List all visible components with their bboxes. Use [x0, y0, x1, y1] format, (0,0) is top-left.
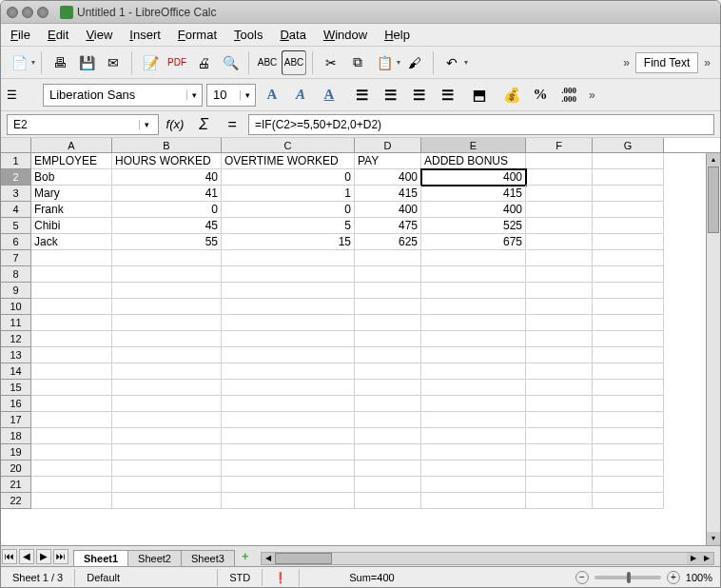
cell-F5[interactable] — [526, 218, 593, 234]
cell-F6[interactable] — [526, 234, 593, 250]
cell-F2[interactable] — [526, 169, 593, 186]
percent-button[interactable]: % — [528, 83, 553, 108]
cell-B15[interactable] — [112, 380, 222, 396]
name-box-input[interactable] — [8, 118, 139, 131]
cell-A20[interactable] — [31, 461, 112, 477]
cell-G11[interactable] — [593, 315, 664, 331]
scroll-up-button[interactable]: ▴ — [707, 153, 720, 167]
cell-D17[interactable] — [355, 412, 421, 428]
font-name-input[interactable] — [44, 88, 186, 102]
cell-B21[interactable] — [112, 477, 222, 493]
cell-A2[interactable]: Bob — [31, 169, 112, 186]
copy-button[interactable]: ⧉ — [345, 50, 370, 75]
cell-B20[interactable] — [112, 461, 222, 477]
cell-A19[interactable] — [31, 444, 112, 461]
cell-E12[interactable] — [421, 331, 526, 347]
cell-D11[interactable] — [355, 315, 421, 331]
chevron-down-icon[interactable]: ▾ — [240, 90, 255, 100]
cell-D9[interactable] — [355, 283, 421, 299]
formula-input[interactable] — [248, 114, 714, 135]
menu-insert[interactable]: Insert — [129, 28, 161, 42]
edit-button[interactable]: 📝 — [138, 50, 163, 75]
cut-button[interactable]: ✂ — [319, 50, 343, 75]
mail-button[interactable]: ✉ — [101, 50, 126, 75]
cell-B11[interactable] — [112, 315, 222, 331]
menu-tools[interactable]: Tools — [234, 28, 263, 42]
cell-E10[interactable] — [421, 299, 526, 315]
cell-A16[interactable] — [31, 396, 112, 412]
col-header-C[interactable]: C — [222, 138, 355, 152]
cell-G7[interactable] — [593, 250, 664, 266]
format-paint-button[interactable]: 🖌 — [402, 50, 427, 75]
cell-F10[interactable] — [526, 299, 593, 315]
cell-G5[interactable] — [593, 218, 664, 234]
cell-G12[interactable] — [593, 331, 664, 347]
pdf-button[interactable]: PDF — [165, 50, 189, 75]
cell-C21[interactable] — [222, 477, 355, 493]
zoom-out-button[interactable]: − — [575, 571, 589, 584]
cell-C8[interactable] — [222, 266, 355, 283]
cell-D14[interactable] — [355, 363, 421, 380]
undo-button[interactable]: ↶ — [439, 50, 464, 75]
print-direct-button[interactable]: 🖨 — [191, 50, 216, 75]
autospell-button[interactable]: ABC — [282, 50, 306, 75]
cell-C17[interactable] — [222, 412, 355, 428]
cell-E19[interactable] — [421, 444, 526, 461]
spellcheck-button[interactable]: ABC — [255, 50, 280, 75]
cell-E6[interactable]: 675 — [421, 234, 526, 250]
cell-B1[interactable]: HOURS WORKED — [112, 153, 222, 169]
cell-F3[interactable] — [526, 186, 593, 202]
cell-A6[interactable]: Jack — [31, 234, 112, 250]
row-header-15[interactable]: 15 — [1, 380, 31, 396]
horizontal-scroll-thumb[interactable] — [275, 553, 332, 564]
window-close-button[interactable] — [7, 7, 18, 18]
cell-A14[interactable] — [31, 363, 112, 380]
cell-A18[interactable] — [31, 428, 112, 444]
cell-G19[interactable] — [593, 444, 664, 461]
cell-G20[interactable] — [593, 461, 664, 477]
col-header-D[interactable]: D — [355, 138, 421, 152]
cell-F20[interactable] — [526, 461, 593, 477]
cell-F11[interactable] — [526, 315, 593, 331]
row-header-1[interactable]: 1 — [1, 153, 31, 169]
cell-A7[interactable] — [31, 250, 112, 266]
window-max-button[interactable] — [37, 7, 49, 18]
cell-E5[interactable]: 525 — [421, 218, 526, 234]
cell-B17[interactable] — [112, 412, 222, 428]
underline-button[interactable]: A — [317, 83, 341, 108]
styles-button[interactable]: ☰ — [7, 88, 35, 102]
find-text-button[interactable]: Find Text — [635, 52, 698, 73]
cell-A12[interactable] — [31, 331, 112, 347]
cell-A3[interactable]: Mary — [31, 186, 112, 202]
row-header-3[interactable]: 3 — [1, 186, 31, 202]
cell-C1[interactable]: OVERTIME WORKED — [222, 153, 355, 169]
menu-file[interactable]: File — [10, 28, 30, 42]
row-header-9[interactable]: 9 — [1, 283, 31, 299]
col-header-E[interactable]: E — [421, 138, 526, 152]
window-min-button[interactable] — [22, 7, 33, 18]
row-header-10[interactable]: 10 — [1, 299, 31, 315]
add-sheet-button[interactable]: + — [238, 549, 253, 564]
cell-E8[interactable] — [421, 266, 526, 283]
row-header-18[interactable]: 18 — [1, 428, 31, 444]
cell-A17[interactable] — [31, 412, 112, 428]
cell-G15[interactable] — [593, 380, 664, 396]
row-header-4[interactable]: 4 — [1, 202, 31, 218]
align-justify-button[interactable]: ☰ — [435, 83, 459, 108]
cell-D12[interactable] — [355, 331, 421, 347]
sheet-tab-sheet2[interactable]: Sheet2 — [127, 550, 182, 566]
cell-B4[interactable]: 0 — [112, 202, 222, 218]
cell-B5[interactable]: 45 — [112, 218, 222, 234]
cell-A11[interactable] — [31, 315, 112, 331]
cell-G6[interactable] — [593, 234, 664, 250]
scroll-down-button[interactable]: ▾ — [707, 532, 720, 545]
menu-window[interactable]: Window — [323, 28, 367, 42]
cell-G14[interactable] — [593, 363, 664, 380]
cell-B12[interactable] — [112, 331, 222, 347]
cell-D21[interactable] — [355, 477, 421, 493]
cell-G13[interactable] — [593, 347, 664, 363]
cell-E21[interactable] — [421, 477, 526, 493]
equals-button[interactable]: = — [220, 114, 244, 135]
cell-C10[interactable] — [222, 299, 355, 315]
cell-C7[interactable] — [222, 250, 355, 266]
